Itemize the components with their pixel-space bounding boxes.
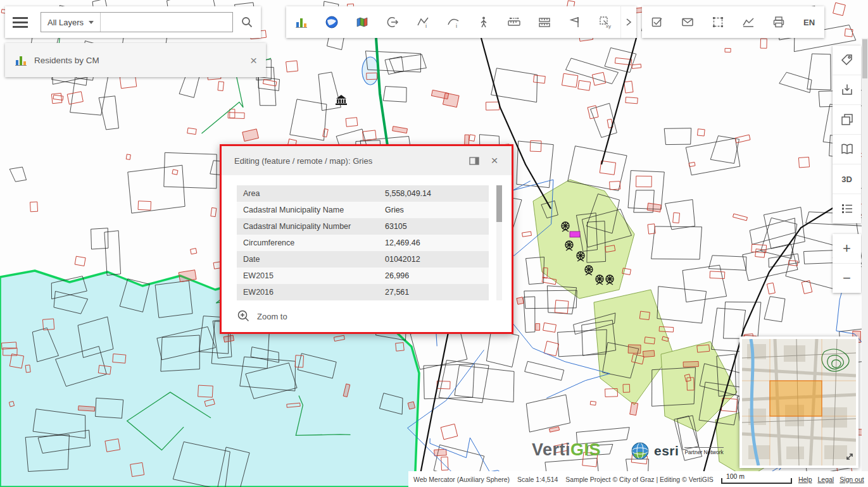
legend-tool[interactable]	[833, 194, 861, 223]
svg-text:xy: xy	[606, 23, 611, 29]
add-flag-tool[interactable]	[560, 6, 590, 38]
zoom-out-button[interactable]: −	[833, 264, 861, 293]
identify-line-icon: i	[416, 15, 430, 29]
zoom-in-button[interactable]: +	[833, 234, 861, 264]
attribute-value[interactable]: 12,469.46	[377, 238, 489, 247]
vertigis-logo-suffix: GIS	[570, 440, 601, 459]
flag-icon	[568, 15, 582, 29]
results-panel[interactable]: Residents by CM ×	[5, 43, 266, 77]
svg-text:i: i	[456, 23, 457, 29]
resize-diagonal-icon	[845, 452, 854, 461]
toolbar-expander-button[interactable]	[620, 6, 636, 38]
attribute-value[interactable]: Gries	[377, 206, 489, 214]
chevron-down-icon	[89, 21, 94, 24]
residents-chart-icon	[294, 15, 308, 29]
map-tools-toolbar: 3D	[833, 46, 861, 223]
sign-out-link[interactable]: Sign out	[840, 476, 864, 483]
tag-tool[interactable]	[833, 46, 861, 75]
bar-chart-icon	[14, 53, 28, 67]
attribute-value[interactable]: 5,558,049.14	[377, 189, 489, 198]
legal-link[interactable]: Legal	[817, 476, 834, 483]
attribute-row[interactable]: Area 5,558,049.14	[237, 185, 489, 202]
confirm-edit-tool[interactable]	[642, 6, 672, 38]
attribute-row[interactable]: EW2016 27,561	[237, 284, 489, 300]
basemap-switcher-tool[interactable]	[347, 6, 377, 38]
3d-view-button[interactable]: 3D	[833, 164, 861, 194]
editing-dialog-header[interactable]: Editing (feature / remote / map): Gries …	[222, 146, 512, 175]
identify-line-tool[interactable]: i	[408, 6, 438, 38]
tag-icon	[840, 53, 854, 67]
editing-dialog: Editing (feature / remote / map): Gries …	[220, 144, 513, 334]
status-links: Help Legal Sign out	[798, 476, 864, 483]
elevation-profile-tool[interactable]	[733, 6, 764, 38]
top-search-bar: All Layers	[5, 6, 261, 38]
residents-chart-tool[interactable]	[286, 6, 317, 38]
attribute-label: Cadastral Municipality Number	[237, 222, 377, 231]
overview-map[interactable]	[739, 336, 859, 468]
attribute-value[interactable]: 26,996	[377, 271, 489, 280]
results-panel-close-icon[interactable]: ×	[250, 54, 257, 66]
measure-distance-tool[interactable]	[499, 6, 529, 38]
zoom-to-icon	[237, 309, 251, 323]
search-button[interactable]	[233, 6, 261, 38]
editing-dialog-close-icon[interactable]: ×	[486, 152, 503, 169]
page-scrollbar-thumb[interactable]	[862, 39, 867, 78]
export-icon	[386, 15, 399, 29]
add-data-tool[interactable]	[833, 75, 861, 105]
attribute-value[interactable]: 63105	[377, 222, 489, 231]
elevation-profile-icon	[741, 15, 755, 29]
measure-area-icon	[538, 15, 551, 29]
layer-filter-dropdown[interactable]: All Layers	[41, 13, 101, 32]
attribute-value[interactable]: 01042012	[377, 255, 489, 264]
measure-distance-icon	[507, 15, 521, 29]
overview-expand-button[interactable]	[845, 452, 854, 464]
attribute-value[interactable]: 27,561	[377, 288, 489, 297]
bookmarks-tool[interactable]	[833, 135, 861, 164]
measure-area-tool[interactable]	[529, 6, 560, 38]
attribute-label: Area	[237, 189, 377, 198]
primary-toolbar: i i	[286, 6, 636, 38]
results-panel-title: Residents by CM	[34, 56, 99, 65]
attribute-row[interactable]: Cadastral Municipality Name Gries	[237, 202, 489, 218]
attribute-label: EW2016	[237, 288, 377, 297]
language-button[interactable]: EN	[794, 6, 824, 38]
confirm-edit-icon	[650, 15, 664, 29]
layer-filter-value: All Layers	[47, 18, 84, 27]
attribute-row[interactable]: Cadastral Municipality Number 63105	[237, 218, 489, 235]
show-coordinates-tool[interactable]: xy	[590, 6, 620, 38]
open-book-icon	[840, 142, 854, 156]
send-email-tool[interactable]	[672, 6, 703, 38]
copy-map-tool[interactable]	[833, 105, 861, 135]
search-icon	[241, 16, 253, 28]
vertigis-logo-prefix: Verti	[532, 440, 570, 459]
help-link[interactable]: Help	[798, 476, 812, 483]
attribute-label: Date	[237, 255, 377, 264]
zoom-to-button[interactable]: Zoom to	[237, 309, 306, 323]
attribute-label: Cadastral Municipality Name	[237, 206, 377, 214]
svg-text:i: i	[425, 23, 427, 29]
print-tool[interactable]	[764, 6, 794, 38]
google-earth-tool[interactable]	[317, 6, 347, 38]
identify-freehand-tool[interactable]: i	[438, 6, 469, 38]
select-region-tool[interactable]	[703, 6, 733, 38]
search-input[interactable]	[101, 13, 232, 32]
legend-list-icon	[840, 202, 854, 216]
overview-map-image	[742, 339, 856, 465]
attribute-table-scrollbar[interactable]	[496, 185, 502, 300]
vertigis-logo: VertiGIS	[532, 440, 601, 460]
pedestrian-icon	[477, 15, 491, 29]
pedestrian-tool[interactable]	[469, 6, 499, 38]
search-combo: All Layers	[41, 12, 233, 32]
zoom-toolbar: + −	[833, 234, 861, 293]
page-scrollbar[interactable]	[862, 38, 868, 487]
export-tool[interactable]	[377, 6, 408, 38]
attribute-table-scrollbar-thumb[interactable]	[496, 185, 502, 222]
menu-button[interactable]	[5, 6, 35, 38]
attribute-row[interactable]: Date 01042012	[237, 251, 489, 268]
dock-panel-button[interactable]	[466, 152, 482, 169]
attribute-row[interactable]: EW2015 26,996	[237, 268, 489, 284]
print-icon	[772, 15, 786, 29]
attribute-row[interactable]: Circumference 12,469.46	[237, 235, 489, 251]
google-earth-icon	[325, 15, 339, 29]
attribute-label: Circumference	[237, 238, 377, 247]
